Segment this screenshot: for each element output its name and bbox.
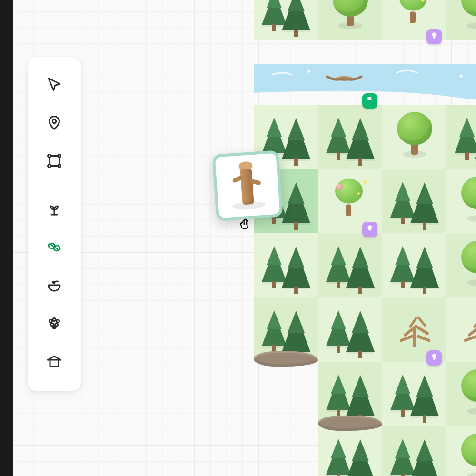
svg-point-14 [50,320,52,323]
tool-sprout[interactable] [37,193,71,227]
bowl-icon [46,277,63,296]
map-tile[interactable] [382,362,446,426]
svg-point-10 [58,155,61,158]
tool-pin[interactable] [37,107,71,141]
tool-cursor[interactable] [37,69,71,103]
tool-shape[interactable] [37,145,71,179]
svg-rect-5 [433,359,435,360]
svg-point-18 [55,323,58,326]
svg-point-15 [53,318,56,321]
svg-rect-4 [369,231,371,232]
map-tile[interactable] [318,105,382,169]
map-tile[interactable] [446,233,476,298]
map-tile[interactable] [446,0,476,40]
svg-rect-3 [433,38,435,39]
map-tile[interactable] [446,298,476,362]
tool-toolbar [28,57,81,391]
lightbulb-icon [366,224,374,235]
svg-text:✦: ✦ [306,68,312,75]
mud-patch [318,416,382,431]
tool-leaves[interactable] [37,231,71,265]
map-tile[interactable] [318,426,382,476]
map-tile[interactable] [318,233,382,298]
bounding-box-icon [46,152,63,171]
map-grid[interactable]: ✦✦✦✦✦✦ [254,0,476,476]
map-tile[interactable] [382,426,446,476]
editor-canvas[interactable]: ✦✦✦✦✦✦ [13,0,476,476]
lightbulb-icon [430,353,438,363]
lightbulb-icon [430,31,438,42]
map-tile[interactable] [382,105,446,169]
tool-shelter[interactable] [37,345,71,379]
leaves-icon [46,238,63,258]
pin-icon [46,114,63,133]
idea-badge[interactable] [362,222,377,237]
paw-icon [46,315,63,334]
map-tile[interactable] [446,169,476,233]
mud-patch [254,351,318,367]
map-tile[interactable] [254,233,318,298]
svg-point-11 [48,165,51,168]
svg-point-17 [51,323,54,326]
map-tile[interactable] [254,0,318,40]
map-tile[interactable] [382,233,446,298]
svg-point-12 [58,165,61,168]
map-tile[interactable] [446,362,476,426]
svg-point-7 [52,119,56,123]
svg-point-13 [53,282,54,283]
sprout-icon [46,200,63,219]
cursor-icon [46,76,63,95]
svg-point-9 [48,155,51,158]
flag-badge[interactable] [362,93,377,109]
toolbar-divider [40,186,69,186]
idea-badge[interactable] [426,350,442,366]
tool-paw[interactable] [37,307,71,341]
map-tile[interactable] [318,298,382,362]
map-tile[interactable] [318,0,382,40]
map-tile[interactable] [446,105,476,169]
idea-badge[interactable] [426,29,442,44]
grabbing-cursor-icon [237,215,253,231]
svg-text:✦: ✦ [458,72,464,80]
app-left-strip [0,0,13,476]
svg-point-16 [57,320,60,323]
tool-bowl[interactable] [37,269,71,303]
map-tile[interactable] [382,169,446,233]
shelter-icon [46,353,63,372]
map-tile[interactable] [446,426,476,476]
drag-preview-card[interactable] [212,150,283,221]
flag-icon [366,96,374,106]
